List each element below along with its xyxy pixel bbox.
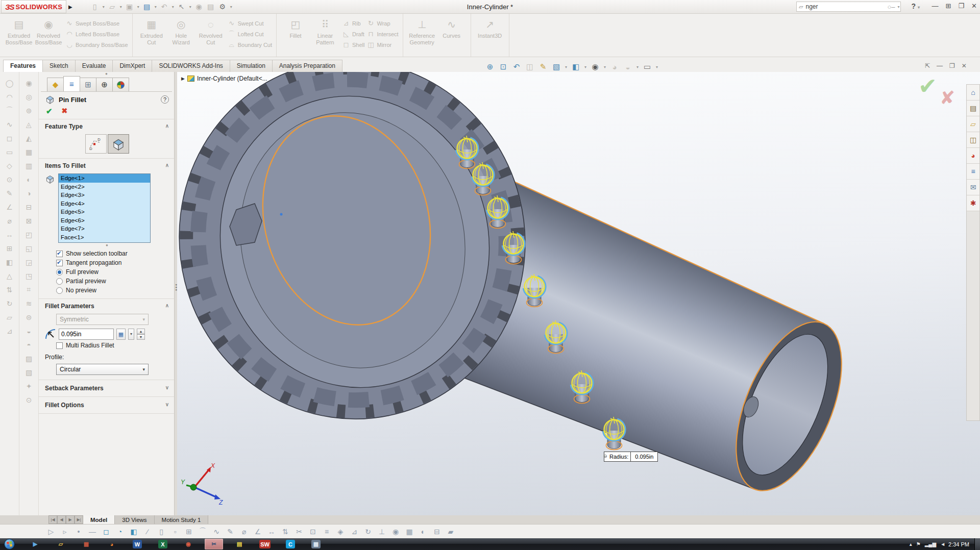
taskbar-app-excel[interactable]: X <box>154 539 172 549</box>
taskbar-app-explorer[interactable]: ▱ <box>52 539 70 549</box>
panel-tab-featuremanager[interactable]: ◆ <box>47 78 64 91</box>
multi-radius-row[interactable]: Multi Radius Fillet <box>56 342 169 349</box>
cancel-button[interactable]: ✖ <box>62 107 68 116</box>
restore-button[interactable]: ❐ <box>958 2 964 10</box>
select-arrow-icon[interactable]: ▷ <box>45 526 57 538</box>
panel-resize-handle[interactable]: ● <box>39 72 174 77</box>
taskbar-app-solidworks[interactable]: SW <box>256 539 274 549</box>
feature-type-vertex-button[interactable]: D D <box>85 134 107 154</box>
swap-tool-icon[interactable]: ⇅ <box>2 283 17 296</box>
command-tab[interactable]: Analysis Preparation <box>272 60 342 72</box>
caret-icon[interactable]: ▾ <box>154 5 158 9</box>
tangent-propagation-row[interactable]: Tangent propagation <box>56 259 169 266</box>
document-tab[interactable]: Motion Study 1 <box>155 515 209 524</box>
curves-button[interactable]: ∿Curves <box>437 16 467 54</box>
tab-nav-button[interactable]: ▶ <box>66 515 75 524</box>
radius-callout[interactable]: Radius: 0.095in <box>604 452 658 462</box>
taskbar-app-calculator[interactable]: ▦ <box>307 539 325 549</box>
radius-input[interactable] <box>59 329 114 340</box>
full-preview-radio[interactable] <box>56 269 63 276</box>
taskbar-app-word[interactable]: W <box>128 539 146 549</box>
radius-callout-value[interactable]: 0.095in <box>631 452 657 461</box>
block-icon[interactable]: ▰ <box>445 526 457 538</box>
command-tab[interactable]: Sketch <box>42 60 76 72</box>
spin-down-button[interactable]: ▼ <box>137 334 145 340</box>
edit-appearance-icon[interactable]: ◕ <box>608 63 621 71</box>
fillet-list-item[interactable]: Edge<7> <box>59 224 150 233</box>
annotate-icon[interactable]: ✎ <box>224 526 236 538</box>
lofted-cut-button[interactable]: ⌒Lofted Cut <box>228 29 272 39</box>
shaded-view-icon[interactable]: ◧ <box>2 255 17 269</box>
spline-icon[interactable]: ∿ <box>210 526 223 538</box>
pyramid-feature-icon[interactable]: ◬ <box>21 117 37 131</box>
tab-nav-button[interactable]: ◀ <box>57 515 66 524</box>
hatch-feature-icon[interactable]: ▥ <box>21 159 37 172</box>
wave-icon[interactable]: ≋ <box>21 296 37 310</box>
split-button[interactable]: ⊞ <box>946 2 951 10</box>
undo-button[interactable]: ↶ <box>159 3 169 11</box>
taskbar-app-camtasia[interactable]: C <box>281 539 300 549</box>
target-icon[interactable]: ◉ <box>389 526 402 538</box>
solidworks-resources-icon[interactable]: ✱ <box>967 195 979 211</box>
taskbar-app-snipping-tool[interactable]: ✂ <box>205 539 223 549</box>
file-explorer-icon[interactable]: ▱ <box>967 116 979 132</box>
diamond-icon[interactable]: ◈ <box>334 526 347 538</box>
panel-help-button[interactable]: ? <box>161 95 169 104</box>
caret-icon[interactable]: ▾ <box>102 5 106 9</box>
fillet-list-item[interactable]: Edge<6> <box>59 216 150 225</box>
taskbar-app-firefox[interactable]: ◕ <box>103 539 121 549</box>
tray-expand-icon[interactable]: ▴ <box>910 541 912 547</box>
taskbar-app-chrome[interactable]: ◉ <box>179 539 198 549</box>
boss-feature-icon[interactable]: ⊚ <box>21 104 37 117</box>
triangle-tool-icon[interactable]: △ <box>2 269 17 283</box>
measure-icon[interactable]: ✎ <box>537 62 549 71</box>
tab-nav-button[interactable]: |◀ <box>48 515 57 524</box>
fillet-list-item[interactable]: Edge<5> <box>59 208 150 216</box>
help-caret-icon[interactable]: ▾ <box>918 5 920 10</box>
instant3d-button[interactable]: ↗Instant3D <box>475 16 505 54</box>
ring-icon[interactable]: ⊜ <box>21 310 37 324</box>
apply-scene-icon[interactable]: ◒ <box>622 63 634 71</box>
print-button[interactable]: ▤ <box>142 3 152 11</box>
corner-tl-icon[interactable]: ◰ <box>21 228 37 241</box>
caret-icon[interactable]: ▾ <box>564 65 569 69</box>
caret-icon[interactable]: ▾ <box>654 65 659 69</box>
shell-button[interactable]: ◻Shell <box>342 39 364 50</box>
hole-feature-icon[interactable]: ◎ <box>21 90 37 104</box>
partial-preview-row[interactable]: Partial preview <box>56 278 169 285</box>
star-icon[interactable]: ✦ <box>21 379 37 393</box>
corner-bl-icon[interactable]: ◱ <box>21 241 37 255</box>
intersect-button[interactable]: ⊓Intersect <box>366 29 398 39</box>
plane-tool-icon[interactable]: ▱ <box>2 310 17 324</box>
command-tab[interactable]: SOLIDWORKS Add-Ins <box>152 60 230 72</box>
square-icon[interactable]: ◻ <box>100 526 112 538</box>
confirm-ok-button[interactable]: ✔ <box>918 73 937 99</box>
cube-icon[interactable]: ◧ <box>128 526 140 538</box>
show-desktop-button[interactable] <box>974 538 980 550</box>
pattern-tool-icon[interactable]: ⊞ <box>2 241 17 255</box>
diag-hatch-icon[interactable]: ▨ <box>21 352 37 365</box>
spline-tool-icon[interactable]: ∿ <box>2 117 17 131</box>
polygon-tool-icon[interactable]: ◇ <box>2 159 17 172</box>
no-preview-radio[interactable] <box>56 287 63 294</box>
save-button[interactable]: ▣ <box>125 3 135 11</box>
corner-br-icon[interactable]: ◲ <box>21 255 37 269</box>
caret-icon[interactable]: ▾ <box>602 65 607 69</box>
tray-network-icon[interactable]: ▂▄▆ <box>925 541 936 547</box>
minimize-button[interactable]: — <box>932 2 939 10</box>
search-scope-icon[interactable]: ▱ <box>799 4 803 10</box>
small-rect-icon[interactable]: ▫ <box>169 526 181 538</box>
minus-icon[interactable]: ⊟ <box>431 526 443 538</box>
toggle-button[interactable]: ◉ <box>194 3 204 11</box>
fillet-method-dropdown[interactable]: Symmetric ▾ <box>56 314 149 325</box>
rotate-icon[interactable]: ↻ <box>362 526 374 538</box>
open-button[interactable]: ▱ <box>107 3 117 11</box>
items-to-fillet-list[interactable]: Edge<1>Edge<2>Edge<3>Edge<4>Edge<5>Edge<… <box>58 173 151 243</box>
tangent-arc-icon[interactable]: ⌒ <box>2 104 17 117</box>
point-icon[interactable]: • <box>72 526 85 538</box>
spin-up-button[interactable]: ▲ <box>137 329 145 334</box>
caret-icon[interactable]: ▾ <box>171 5 175 9</box>
sphere-icon[interactable]: ◔ <box>114 526 126 538</box>
cross-box-icon[interactable]: ⊠ <box>21 214 37 228</box>
caret-icon[interactable]: ▾ <box>188 5 192 9</box>
